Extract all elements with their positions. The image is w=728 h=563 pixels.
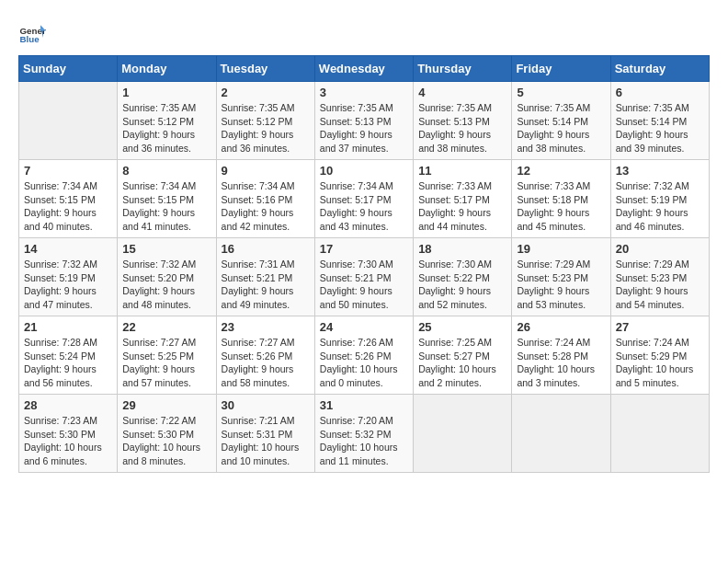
sunrise-text: Sunrise: 7:33 AM [418,180,492,191]
sunset-text: Sunset: 5:17 PM [418,194,490,205]
sunset-text: Sunset: 5:14 PM [616,116,688,127]
calendar-cell: 19 Sunrise: 7:29 AM Sunset: 5:23 PM Dayl… [512,238,610,316]
sunrise-text: Sunrise: 7:33 AM [517,180,590,191]
calendar-cell: 16 Sunrise: 7:31 AM Sunset: 5:21 PM Dayl… [216,238,314,316]
sunset-text: Sunset: 5:31 PM [222,429,293,440]
calendar-cell: 10 Sunrise: 7:34 AM Sunset: 5:17 PM Dayl… [314,160,413,238]
sunset-text: Sunset: 5:19 PM [24,272,96,283]
sunset-text: Sunset: 5:14 PM [517,116,588,127]
daylight-text: Daylight: 9 hours and 36 minutes. [122,129,195,154]
calendar-cell: 28 Sunrise: 7:23 AM Sunset: 5:30 PM Dayl… [19,395,118,473]
day-info: Sunrise: 7:21 AM Sunset: 5:31 PM Dayligh… [222,414,310,468]
calendar-cell: 2 Sunrise: 7:35 AM Sunset: 5:12 PM Dayli… [216,82,314,160]
day-number: 6 [616,86,704,99]
sunset-text: Sunset: 5:13 PM [418,116,490,127]
day-number: 25 [418,320,506,334]
calendar-cell: 31 Sunrise: 7:20 AM Sunset: 5:32 PM Dayl… [314,395,413,473]
sunset-text: Sunset: 5:15 PM [122,194,194,205]
calendar-week-row: 14 Sunrise: 7:32 AM Sunset: 5:19 PM Dayl… [19,238,710,316]
day-info: Sunrise: 7:22 AM Sunset: 5:30 PM Dayligh… [122,414,210,468]
sunrise-text: Sunrise: 7:28 AM [24,337,97,348]
sunset-text: Sunset: 5:21 PM [222,272,293,283]
daylight-text: Daylight: 9 hours and 40 minutes. [24,207,97,232]
sunrise-text: Sunrise: 7:35 AM [320,102,393,113]
day-number: 23 [222,320,310,334]
day-number: 30 [222,398,310,412]
daylight-text: Daylight: 10 hours and 0 minutes. [320,363,398,388]
sunrise-text: Sunrise: 7:35 AM [222,102,295,113]
day-number: 12 [517,164,605,178]
day-number: 22 [122,320,210,334]
sunset-text: Sunset: 5:15 PM [24,194,96,205]
calendar-table: SundayMondayTuesdayWednesdayThursdayFrid… [18,55,710,473]
daylight-text: Daylight: 9 hours and 54 minutes. [616,285,688,310]
sunrise-text: Sunrise: 7:35 AM [616,102,689,113]
daylight-text: Daylight: 9 hours and 41 minutes. [122,207,195,232]
calendar-cell: 7 Sunrise: 7:34 AM Sunset: 5:15 PM Dayli… [19,160,118,238]
sunrise-text: Sunrise: 7:34 AM [320,180,393,191]
sunset-text: Sunset: 5:23 PM [616,272,688,283]
daylight-text: Daylight: 9 hours and 36 minutes. [222,129,294,154]
calendar-cell: 14 Sunrise: 7:32 AM Sunset: 5:19 PM Dayl… [19,238,118,316]
daylight-text: Daylight: 9 hours and 57 minutes. [122,363,195,388]
daylight-text: Daylight: 9 hours and 56 minutes. [24,363,97,388]
sunset-text: Sunset: 5:32 PM [320,429,392,440]
calendar-cell: 29 Sunrise: 7:22 AM Sunset: 5:30 PM Dayl… [118,395,216,473]
daylight-text: Daylight: 9 hours and 39 minutes. [616,129,688,154]
day-number: 28 [24,398,112,412]
daylight-text: Daylight: 10 hours and 3 minutes. [517,363,595,388]
day-number: 17 [320,242,408,256]
day-number: 15 [122,242,210,256]
calendar-cell: 27 Sunrise: 7:24 AM Sunset: 5:29 PM Dayl… [610,316,709,395]
day-number: 9 [222,164,310,178]
day-info: Sunrise: 7:31 AM Sunset: 5:21 PM Dayligh… [222,258,310,312]
logo-icon: General Blue [18,18,46,46]
daylight-text: Daylight: 10 hours and 10 minutes. [222,442,300,466]
calendar-cell: 18 Sunrise: 7:30 AM Sunset: 5:22 PM Dayl… [414,238,512,316]
sunset-text: Sunset: 5:21 PM [320,272,392,283]
calendar-cell: 25 Sunrise: 7:25 AM Sunset: 5:27 PM Dayl… [414,316,512,395]
day-number: 1 [122,86,210,99]
sunrise-text: Sunrise: 7:30 AM [418,259,492,270]
sunset-text: Sunset: 5:26 PM [222,350,293,362]
sunrise-text: Sunrise: 7:34 AM [24,180,97,191]
sunset-text: Sunset: 5:12 PM [122,116,194,127]
sunset-text: Sunset: 5:13 PM [320,116,392,127]
day-number: 19 [517,242,605,256]
day-info: Sunrise: 7:30 AM Sunset: 5:22 PM Dayligh… [418,258,506,312]
daylight-text: Daylight: 9 hours and 38 minutes. [418,129,491,154]
sunrise-text: Sunrise: 7:35 AM [517,102,590,113]
daylight-text: Daylight: 9 hours and 53 minutes. [517,285,589,310]
sunset-text: Sunset: 5:26 PM [320,350,392,362]
day-info: Sunrise: 7:28 AM Sunset: 5:24 PM Dayligh… [24,336,112,390]
sunrise-text: Sunrise: 7:34 AM [122,180,196,191]
day-number: 31 [320,398,408,412]
daylight-text: Daylight: 10 hours and 5 minutes. [616,363,694,388]
sunset-text: Sunset: 5:20 PM [122,272,194,283]
calendar-week-row: 1 Sunrise: 7:35 AM Sunset: 5:12 PM Dayli… [19,82,710,160]
day-info: Sunrise: 7:34 AM Sunset: 5:17 PM Dayligh… [320,179,408,234]
day-info: Sunrise: 7:29 AM Sunset: 5:23 PM Dayligh… [517,258,605,312]
day-info: Sunrise: 7:34 AM Sunset: 5:15 PM Dayligh… [122,179,210,234]
day-number: 14 [24,242,112,256]
day-number: 29 [122,398,210,412]
weekday-header-row: SundayMondayTuesdayWednesdayThursdayFrid… [19,56,710,82]
daylight-text: Daylight: 9 hours and 42 minutes. [222,207,294,232]
day-info: Sunrise: 7:32 AM Sunset: 5:19 PM Dayligh… [24,258,112,312]
day-info: Sunrise: 7:24 AM Sunset: 5:28 PM Dayligh… [517,336,605,390]
sunrise-text: Sunrise: 7:25 AM [418,337,492,348]
day-number: 11 [418,164,506,178]
day-info: Sunrise: 7:20 AM Sunset: 5:32 PM Dayligh… [320,414,408,468]
sunset-text: Sunset: 5:25 PM [122,350,194,362]
sunset-text: Sunset: 5:23 PM [517,272,588,283]
sunset-text: Sunset: 5:19 PM [616,194,688,205]
daylight-text: Daylight: 9 hours and 38 minutes. [517,129,589,154]
sunset-text: Sunset: 5:24 PM [24,350,96,362]
sunrise-text: Sunrise: 7:24 AM [616,337,689,348]
sunset-text: Sunset: 5:30 PM [122,429,194,440]
sunset-text: Sunset: 5:22 PM [418,272,490,283]
day-info: Sunrise: 7:23 AM Sunset: 5:30 PM Dayligh… [24,414,112,468]
calendar-cell: 24 Sunrise: 7:26 AM Sunset: 5:26 PM Dayl… [314,316,413,395]
daylight-text: Daylight: 10 hours and 2 minutes. [418,363,496,388]
calendar-cell: 17 Sunrise: 7:30 AM Sunset: 5:21 PM Dayl… [314,238,413,316]
